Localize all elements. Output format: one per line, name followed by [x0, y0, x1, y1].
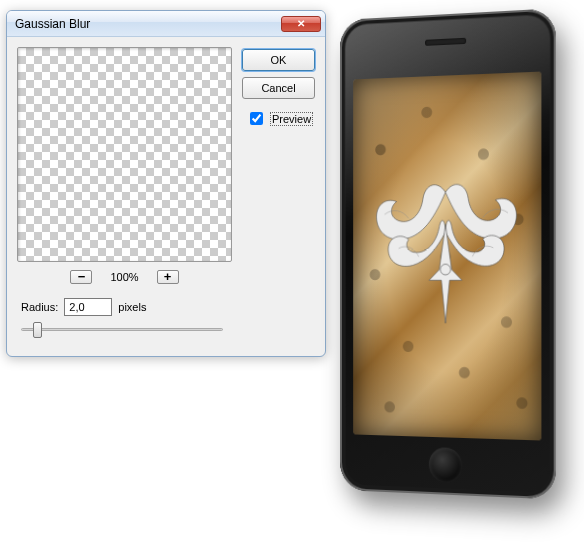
zoom-controls: − 100% + — [17, 270, 232, 284]
slider-track — [21, 328, 223, 331]
dialog-title: Gaussian Blur — [15, 17, 281, 31]
slider-thumb[interactable] — [33, 322, 42, 338]
preview-checkbox[interactable] — [250, 112, 263, 125]
svg-point-0 — [440, 264, 450, 275]
button-column: OK Cancel Preview — [242, 47, 315, 342]
close-button[interactable]: ✕ — [281, 16, 321, 32]
radius-slider[interactable] — [17, 322, 227, 342]
radius-label: Radius: — [21, 301, 58, 313]
ok-button[interactable]: OK — [242, 49, 315, 71]
preview-column: − 100% + Radius: pixels — [17, 47, 232, 342]
phone-speaker — [425, 38, 466, 46]
preview-checkbox-row[interactable]: Preview — [242, 109, 315, 128]
ok-label: OK — [271, 54, 287, 66]
preview-canvas[interactable] — [17, 47, 232, 262]
minus-icon: − — [78, 272, 86, 282]
cancel-button[interactable]: Cancel — [242, 77, 315, 99]
close-icon: ✕ — [297, 18, 305, 29]
ornament-icon — [365, 171, 530, 335]
cancel-label: Cancel — [261, 82, 295, 94]
zoom-out-button[interactable]: − — [70, 270, 92, 284]
gaussian-blur-dialog: Gaussian Blur ✕ − 100% + Radius: pixels — [6, 10, 326, 357]
zoom-in-button[interactable]: + — [157, 270, 179, 284]
phone-mockup — [340, 20, 575, 540]
phone-body — [340, 8, 556, 499]
dialog-titlebar[interactable]: Gaussian Blur ✕ — [7, 11, 325, 37]
radius-row: Radius: pixels — [17, 298, 232, 316]
zoom-level-label: 100% — [110, 271, 138, 283]
plus-icon: + — [164, 272, 172, 282]
dialog-body: − 100% + Radius: pixels OK Can — [7, 37, 325, 356]
home-button — [429, 447, 462, 483]
radius-input[interactable] — [64, 298, 112, 316]
preview-checkbox-label: Preview — [270, 112, 313, 126]
phone-screen — [353, 72, 541, 441]
radius-units: pixels — [118, 301, 146, 313]
